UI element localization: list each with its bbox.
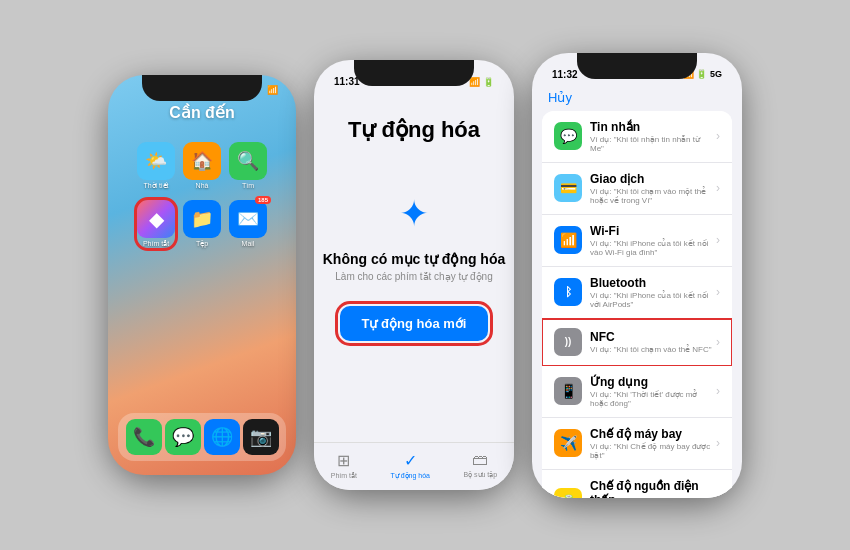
wifi-icon: 📶 [554, 226, 582, 254]
nguon-dien-chevron: › [716, 495, 720, 498]
ung-dung-text: Ứng dụng Ví dụ: "Khi 'Thời tiết' được mở… [590, 375, 716, 408]
tab-shortcuts[interactable]: ⊞ Phím tắt [331, 451, 357, 480]
menu-item-giao-dich[interactable]: 💳 Giao dịch Ví dụ: "Khi tôi chạm vào một… [542, 163, 732, 215]
app-shortcuts[interactable]: ◆ Phím tắt [137, 200, 175, 248]
status-icons-1: 📶 [267, 85, 278, 95]
tab-gallery[interactable]: 🗃 Bộ sưu tập [463, 451, 497, 480]
tab-shortcuts-icon: ⊞ [337, 451, 350, 470]
dock-phone[interactable]: 📞 [126, 419, 162, 455]
trigger-menu: 💬 Tin nhắn Ví dụ: "Khi tôi nhận tin nhắn… [542, 111, 732, 498]
sparkle-icon: ✦ [399, 193, 429, 235]
menu-item-nguon-dien[interactable]: 🔋 Chế độ nguồn điện thấp Ví dụ: "Khi Chế… [542, 470, 732, 498]
dock-camera[interactable]: 📷 [243, 419, 279, 455]
tab-bar: ⊞ Phím tắt ✓ Tự động hóa 🗃 Bộ sưu tập [314, 442, 514, 490]
empty-subtitle: Làm cho các phím tắt chạy tự động [315, 271, 512, 282]
giao-dich-icon: 💳 [554, 174, 582, 202]
screen-2: 11:31 📶 🔋 Tự động hóa ✦ Không có mục tự … [314, 60, 514, 490]
dock-messages[interactable]: 💬 [165, 419, 201, 455]
app-mail[interactable]: ✉️ 185 Mail [229, 200, 267, 248]
screen-3: 11:32 📶 🔋 5G Hủy 💬 Tin nhắn Ví dụ: "Khi … [532, 53, 742, 498]
nguon-dien-icon: 🔋 [554, 488, 582, 498]
menu-item-may-bay[interactable]: ✈️ Chế độ máy bay Ví dụ: "Khi Chế độ máy… [542, 418, 732, 470]
nfc-chevron: › [716, 335, 720, 349]
app-grid: 🌤️ Thời tiết 🏠 Nhà 🔍 Tìm [108, 132, 296, 258]
wifi-text: Wi-Fi Ví dụ: "Khi iPhone của tôi kết nối… [590, 224, 716, 257]
automation-screen: 11:31 📶 🔋 Tự động hóa ✦ Không có mục tự … [314, 60, 514, 490]
tin-nhan-chevron: › [716, 129, 720, 143]
nfc-icon: )) [554, 328, 582, 356]
app-find[interactable]: 🔍 Tìm [229, 142, 267, 190]
tin-nhan-icon: 💬 [554, 122, 582, 150]
notch-3 [577, 53, 697, 79]
menu-item-nfc[interactable]: )) NFC Ví dụ: "Khi tôi chạm vào thẻ NFC"… [542, 319, 732, 366]
ung-dung-icon: 📱 [554, 377, 582, 405]
wifi-chevron: › [716, 233, 720, 247]
bluetooth-text: Bluetooth Ví dụ: "Khi iPhone của tôi kết… [590, 276, 716, 309]
homescreen-bg: 📶 Cần đến 🌤️ Thời tiết 🏠 Nhà 🔍 Tìm [108, 75, 296, 475]
app-row-1: 🌤️ Thời tiết 🏠 Nhà 🔍 Tìm [118, 142, 286, 190]
empty-state: ✦ Không có mục tự động hóa Làm cho các p… [314, 193, 514, 341]
may-bay-chevron: › [716, 436, 720, 450]
dock: 📞 💬 🌐 📷 [118, 413, 286, 461]
nfc-text: NFC Ví dụ: "Khi tôi chạm vào thẻ NFC" [590, 330, 716, 354]
app-files[interactable]: 📁 Tệp [183, 200, 221, 248]
phone-2: 11:31 📶 🔋 Tự động hóa ✦ Không có mục tự … [314, 60, 514, 490]
ung-dung-chevron: › [716, 384, 720, 398]
tab-automation-icon: ✓ [404, 451, 417, 470]
automation-title: Tự động hóa [314, 117, 514, 143]
tin-nhan-text: Tin nhắn Ví dụ: "Khi tôi nhận tin nhắn t… [590, 120, 716, 153]
trigger-screen: 11:32 📶 🔋 5G Hủy 💬 Tin nhắn Ví dụ: "Khi … [532, 53, 742, 498]
tab-automation[interactable]: ✓ Tự động hóa [390, 451, 430, 480]
giao-dich-text: Giao dịch Ví dụ: "Khi tôi chạm vào một t… [590, 172, 716, 205]
phone-1: 📶 Cần đến 🌤️ Thời tiết 🏠 Nhà 🔍 Tìm [108, 75, 296, 475]
phone-3: 11:32 📶 🔋 5G Hủy 💬 Tin nhắn Ví dụ: "Khi … [532, 53, 742, 498]
dock-safari[interactable]: 🌐 [204, 419, 240, 455]
giao-dich-chevron: › [716, 181, 720, 195]
menu-item-wifi[interactable]: 📶 Wi-Fi Ví dụ: "Khi iPhone của tôi kết n… [542, 215, 732, 267]
may-bay-icon: ✈️ [554, 429, 582, 457]
status-time-3: 11:32 [552, 63, 578, 80]
bluetooth-icon: ᛒ [554, 278, 582, 306]
screen-1: 📶 Cần đến 🌤️ Thời tiết 🏠 Nhà 🔍 Tìm [108, 75, 296, 475]
app-home[interactable]: 🏠 Nhà [183, 142, 221, 190]
new-automation-button[interactable]: Tự động hóa mới [340, 306, 489, 341]
bluetooth-chevron: › [716, 285, 720, 299]
menu-item-tin-nhan[interactable]: 💬 Tin nhắn Ví dụ: "Khi tôi nhận tin nhắn… [542, 111, 732, 163]
may-bay-text: Chế độ máy bay Ví dụ: "Khi Chế độ máy ba… [590, 427, 716, 460]
home-folder-title: Cần đến [108, 103, 296, 122]
tab-gallery-icon: 🗃 [472, 451, 488, 469]
notch-1 [142, 75, 262, 101]
app-weather[interactable]: 🌤️ Thời tiết [137, 142, 175, 190]
nguon-dien-text: Chế độ nguồn điện thấp Ví dụ: "Khi Chế đ… [590, 479, 716, 498]
menu-item-ung-dung[interactable]: 📱 Ứng dụng Ví dụ: "Khi 'Thời tiết' được … [542, 366, 732, 418]
cancel-button[interactable]: Hủy [532, 80, 742, 105]
notch-2 [354, 60, 474, 86]
empty-title: Không có mục tự động hóa [323, 251, 506, 267]
app-row-2: ◆ Phím tắt 📁 Tệp ✉️ 185 Mail [118, 200, 286, 248]
menu-item-bluetooth[interactable]: ᛒ Bluetooth Ví dụ: "Khi iPhone của tôi k… [542, 267, 732, 319]
